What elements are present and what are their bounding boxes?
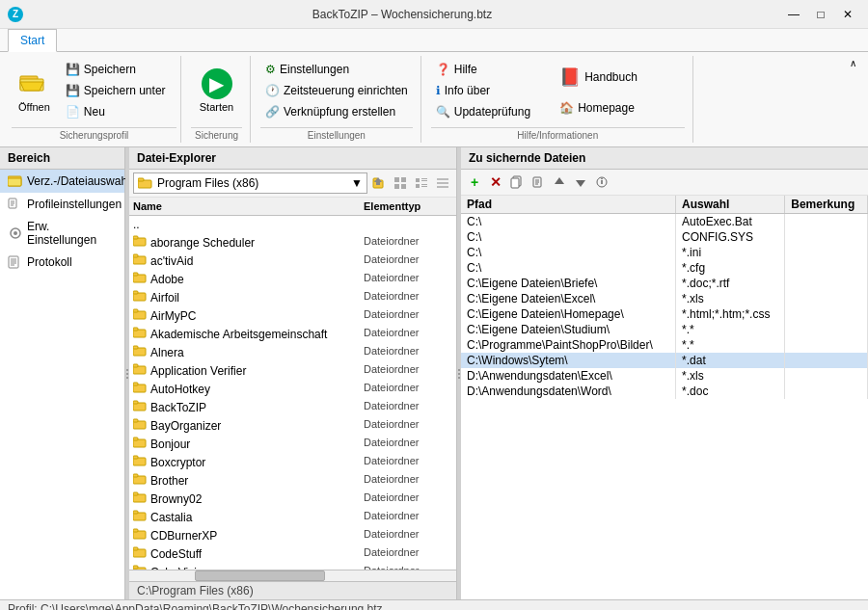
table-row[interactable]: ac'tivAidDateiordner bbox=[129, 252, 456, 270]
view-btn-1[interactable] bbox=[391, 173, 410, 193]
remove-button[interactable]: ✕ bbox=[486, 172, 505, 192]
close-button[interactable]: ✕ bbox=[835, 5, 860, 24]
handbuch-button[interactable]: 📕 Handbuch bbox=[555, 64, 642, 91]
col-auswahl: Auswahl bbox=[676, 196, 785, 214]
move-up-icon bbox=[553, 175, 566, 189]
table-row[interactable]: D:\Anwendungsdaten\Word\*.doc bbox=[461, 384, 868, 399]
table-row[interactable]: C:\Windows\Sytem\*.dat bbox=[461, 353, 868, 368]
path-cell: C:\ bbox=[461, 245, 676, 260]
hilfe-label: Hilfe bbox=[454, 63, 477, 76]
info-label: Info über bbox=[445, 84, 490, 97]
table-row[interactable]: BayOrganizerDateiordner bbox=[129, 416, 456, 435]
table-row[interactable]: C:\AutoExec.Bat bbox=[461, 214, 868, 230]
tool-btn-5[interactable] bbox=[550, 172, 569, 192]
table-row[interactable]: C:\Eigene Dateien\Studium\*.* bbox=[461, 322, 868, 337]
zeitsteuerung-button[interactable]: 🕐 Zeitsteuerung einrichten bbox=[260, 81, 413, 100]
handbuch-label: Handbuch bbox=[584, 70, 637, 84]
bemerkung-cell bbox=[785, 322, 868, 337]
table-row[interactable]: C:\Eigene Dateien\Briefe\*.doc;*.rtf bbox=[461, 276, 868, 291]
table-row[interactable]: aborange SchedulerDateiordner bbox=[129, 233, 456, 252]
minimize-button[interactable]: — bbox=[781, 5, 806, 24]
tool-btn-3[interactable] bbox=[507, 172, 527, 192]
table-row[interactable]: C:\Eigene Dateien\Excel\*.xls bbox=[461, 291, 868, 306]
tab-start[interactable]: Start bbox=[8, 29, 57, 52]
right-table-body: C:\AutoExec.BatC:\CONFIG.SYSC:\*.iniC:\*… bbox=[461, 214, 868, 400]
table-header-row: Pfad Auswahl Bemerkung bbox=[461, 196, 868, 214]
hilfe-button[interactable]: ❓ Hilfe bbox=[431, 60, 535, 79]
file-name-cell: CDBurnerXP bbox=[129, 527, 360, 544]
file-table-scroll: Pfad Auswahl Bemerkung C:\AutoExec.BatC:… bbox=[461, 196, 868, 599]
open-button[interactable]: Öffnen bbox=[12, 64, 57, 118]
svg-rect-27 bbox=[421, 180, 427, 181]
file-rows-container: ..aborange SchedulerDateiordnerac'tivAid… bbox=[129, 216, 456, 570]
path-cell: C:\Programme\PaintShopPro\Bilder\ bbox=[461, 337, 676, 353]
panel-item-dateiauswahl[interactable]: Verz.-/Dateiauswahl bbox=[0, 170, 124, 193]
new-button[interactable]: 📄 Neu bbox=[61, 102, 171, 121]
table-row[interactable]: C:\*.cfg bbox=[461, 260, 868, 276]
bemerkung-cell bbox=[785, 260, 868, 276]
table-row[interactable]: AirMyPCDateiordner bbox=[129, 306, 456, 325]
path-dropdown-arrow[interactable]: ▼ bbox=[351, 176, 363, 190]
maximize-button[interactable]: □ bbox=[808, 5, 833, 24]
table-row[interactable]: CastaliaDateiordner bbox=[129, 508, 456, 526]
file-type-cell: Dateiordner bbox=[360, 527, 456, 544]
view-btn-3[interactable] bbox=[433, 173, 452, 193]
table-row[interactable]: AirfoilDateiordner bbox=[129, 288, 456, 306]
horizontal-scrollbar[interactable] bbox=[129, 570, 456, 581]
table-row[interactable]: D:\Anwendungsdaten\Excel\*.xls bbox=[461, 368, 868, 384]
tool-btn-6[interactable] bbox=[571, 172, 590, 192]
dateiauswahl-label: Verz.-/Dateiauswahl bbox=[27, 174, 130, 188]
group-einstellungen: ⚙ Einstellungen 🕐 Zeitsteuerung einricht… bbox=[253, 56, 421, 143]
einstellungen-button[interactable]: ⚙ Einstellungen bbox=[260, 60, 413, 79]
table-row[interactable]: AutoHotkeyDateiordner bbox=[129, 380, 456, 398]
view-btn-2[interactable] bbox=[412, 173, 431, 193]
file-table-header: Pfad Auswahl Bemerkung bbox=[461, 196, 868, 214]
table-row[interactable]: C:\Programme\PaintShopPro\Bilder\*.* bbox=[461, 337, 868, 353]
table-row[interactable]: Application VerifierDateiordner bbox=[129, 361, 456, 380]
folder-icon-small bbox=[133, 491, 148, 506]
table-row[interactable]: C:\Eigene Dateien\Homepage\*.html;*.htm;… bbox=[461, 306, 868, 322]
view-icon-2 bbox=[415, 176, 428, 190]
panel-item-protokoll[interactable]: Protokoll bbox=[0, 251, 124, 274]
file-name-cell: .. bbox=[129, 217, 360, 232]
path-cell: C:\ bbox=[461, 214, 676, 230]
table-row[interactable]: C:\CONFIG.SYS bbox=[461, 229, 868, 245]
tool-btn-4[interactable] bbox=[529, 172, 548, 192]
path-cell: C:\Eigene Dateien\Studium\ bbox=[461, 322, 676, 337]
table-row[interactable]: CodeStuffDateiordner bbox=[129, 544, 456, 563]
table-row[interactable]: BoxcryptorDateiordner bbox=[129, 453, 456, 471]
tool-btn-7[interactable] bbox=[592, 172, 611, 192]
zeitsteuerung-icon: 🕐 bbox=[265, 84, 280, 97]
verknuepfung-button[interactable]: 🔗 Verknüpfung erstellen bbox=[260, 102, 413, 121]
file-name-cell: BackToZIP bbox=[129, 399, 360, 415]
file-name-cell: AirMyPC bbox=[129, 307, 360, 324]
file-type-cell: Dateiordner bbox=[360, 545, 456, 562]
save-button[interactable]: 💾 Speichern bbox=[61, 60, 171, 79]
table-row[interactable]: ColorVisionDateiordner bbox=[129, 563, 456, 570]
table-row[interactable]: .. bbox=[129, 216, 456, 233]
save-as-button[interactable]: 💾 Speichern unter bbox=[61, 81, 171, 100]
table-row[interactable]: BackToZIPDateiordner bbox=[129, 398, 456, 416]
file-name-cell: Adobe bbox=[129, 271, 360, 287]
panel-item-profileinstellungen[interactable]: Profileinstellungen bbox=[0, 193, 124, 216]
table-row[interactable]: AlneraDateiordner bbox=[129, 343, 456, 361]
table-row[interactable]: Browny02Dateiordner bbox=[129, 490, 456, 508]
bemerkung-cell bbox=[785, 353, 868, 368]
table-row[interactable]: BonjourDateiordner bbox=[129, 435, 456, 453]
table-row[interactable]: Akademische ArbeitsgemeinschaftDateiordn… bbox=[129, 325, 456, 343]
table-row[interactable]: BrotherDateiordner bbox=[129, 471, 456, 490]
scroll-thumb[interactable] bbox=[195, 570, 326, 581]
table-row[interactable]: CDBurnerXPDateiordner bbox=[129, 526, 456, 544]
table-row[interactable]: C:\*.ini bbox=[461, 245, 868, 260]
svg-rect-23 bbox=[394, 184, 399, 189]
start-button[interactable]: ▶ Starten bbox=[193, 64, 240, 118]
panel-item-erw-einstellungen[interactable]: Erw. Einstellungen bbox=[0, 216, 124, 251]
nav-up-button[interactable] bbox=[369, 173, 389, 193]
info-button[interactable]: ℹ Info über bbox=[431, 81, 535, 100]
file-name-cell: Application Verifier bbox=[129, 362, 360, 379]
table-row[interactable]: AdobeDateiordner bbox=[129, 270, 456, 288]
homepage-button[interactable]: 🏠 Homepage bbox=[555, 98, 642, 118]
update-button[interactable]: 🔍 Updateprüfung bbox=[431, 102, 535, 121]
ribbon-collapse-button[interactable]: ∧ bbox=[846, 56, 860, 70]
add-button[interactable]: + bbox=[465, 172, 484, 192]
